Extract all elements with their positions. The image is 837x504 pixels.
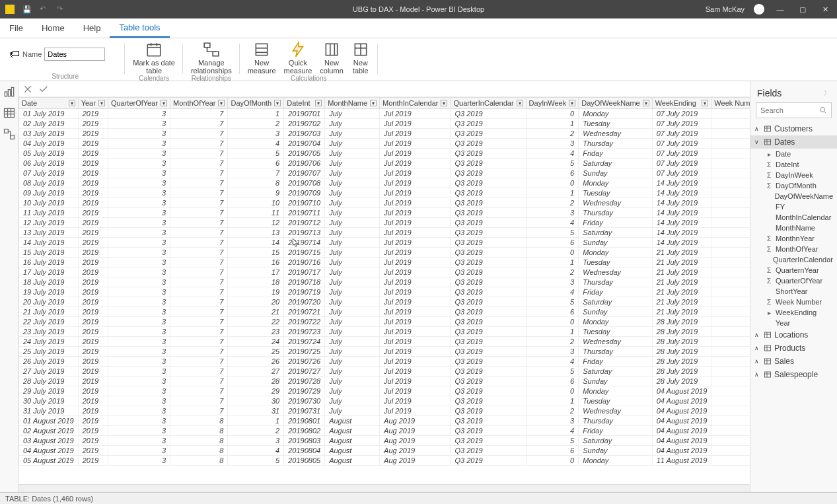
table-cell[interactable]: 03 August 2019 [19, 436, 79, 446]
mark-as-date-button[interactable]: Mark as date table [129, 41, 179, 75]
table-cell[interactable]: 2 [228, 119, 284, 129]
filter-dropdown-icon[interactable]: ▾ [569, 100, 575, 106]
table-cell[interactable]: July [325, 188, 380, 198]
table-cell[interactable]: 7 [170, 238, 228, 248]
column-header[interactable]: DayOfMonth▾ [228, 98, 284, 109]
table-cell[interactable]: 4 [526, 287, 579, 297]
table-cell[interactable]: Jul 2019 [380, 218, 451, 228]
table-cell[interactable]: Q3 2019 [451, 109, 526, 119]
table-cell[interactable]: Q3 2019 [451, 218, 526, 228]
table-cell[interactable]: 2019 [78, 347, 108, 357]
table-cell[interactable]: 0 [526, 317, 579, 327]
table-cell[interactable]: 2019 [78, 436, 108, 446]
table-cell[interactable]: 2019 [78, 396, 108, 406]
table-cell[interactable]: 30 [711, 327, 750, 337]
table-row[interactable]: 01 August 2019201938120190801AugustAug 2… [19, 416, 750, 426]
table-cell[interactable]: 1 [526, 258, 579, 268]
table-cell[interactable]: 2019 [78, 188, 108, 198]
table-cell[interactable]: July [325, 178, 380, 188]
table-cell[interactable]: Aug 2019 [380, 416, 451, 426]
table-cell[interactable]: 1 [526, 327, 579, 337]
table-cell[interactable]: 2019 [78, 277, 108, 287]
fields-table[interactable]: ∨Dates [750, 135, 837, 149]
table-cell[interactable]: 05 July 2019 [19, 149, 79, 159]
table-cell[interactable]: 13 July 2019 [19, 228, 79, 238]
table-cell[interactable]: 2019 [78, 119, 108, 129]
table-cell[interactable]: July [325, 258, 380, 268]
table-cell[interactable]: 3 [108, 268, 170, 277]
table-cell[interactable]: 3 [108, 149, 170, 159]
table-cell[interactable]: 31 [711, 406, 750, 416]
table-cell[interactable]: 20190705 [284, 149, 325, 159]
table-cell[interactable]: 28 July 2019 [652, 367, 711, 377]
table-cell[interactable]: 0 [526, 178, 579, 188]
table-cell[interactable]: 30 [711, 367, 750, 377]
table-cell[interactable]: 7 [170, 357, 228, 367]
table-cell[interactable]: Q3 2019 [451, 456, 526, 466]
table-cell[interactable]: 20190717 [284, 268, 325, 277]
table-cell[interactable]: Jul 2019 [380, 198, 451, 208]
table-cell[interactable]: 6 [526, 377, 579, 386]
table-cell[interactable]: 21 July 2019 [652, 277, 711, 287]
table-cell[interactable]: 26 [228, 357, 284, 367]
fields-field[interactable]: ΣMonthnYear [750, 233, 837, 244]
table-cell[interactable]: 07 July 2019 [19, 168, 79, 178]
table-cell[interactable]: 28 [711, 208, 750, 218]
table-cell[interactable]: Jul 2019 [380, 327, 451, 337]
table-cell[interactable]: 2019 [78, 208, 108, 218]
filter-dropdown-icon[interactable]: ▾ [69, 100, 75, 106]
table-cell[interactable]: Tuesday [579, 396, 652, 406]
chevron-right-icon[interactable]: 〉 [824, 89, 830, 98]
table-cell[interactable]: Q3 2019 [451, 168, 526, 178]
table-cell[interactable]: 20190721 [284, 307, 325, 317]
table-cell[interactable]: 2019 [78, 416, 108, 426]
table-cell[interactable]: Monday [579, 456, 652, 466]
table-cell[interactable]: 29 [711, 258, 750, 268]
table-cell[interactable]: July [325, 367, 380, 377]
table-cell[interactable]: 3 [108, 317, 170, 327]
table-cell[interactable]: 24 July 2019 [19, 337, 79, 347]
table-cell[interactable]: July [325, 129, 380, 139]
table-cell[interactable]: Jul 2019 [380, 248, 451, 258]
table-cell[interactable]: 7 [170, 297, 228, 307]
table-cell[interactable]: 7 [170, 268, 228, 277]
table-cell[interactable]: Friday [579, 287, 652, 297]
table-cell[interactable]: Sunday [579, 238, 652, 248]
table-cell[interactable]: 04 August 2019 [19, 446, 79, 456]
table-row[interactable]: 12 July 20192019371220190712JulyJul 2019… [19, 218, 750, 228]
table-cell[interactable]: 3 [108, 307, 170, 317]
fields-field[interactable]: ΣDayOfMonth [750, 180, 837, 191]
table-cell[interactable]: Jul 2019 [380, 168, 451, 178]
table-cell[interactable]: 04 August 2019 [652, 436, 711, 446]
table-cell[interactable]: 02 July 2019 [19, 119, 79, 129]
table-cell[interactable]: Q3 2019 [451, 307, 526, 317]
column-header[interactable]: WeekEnding▾ [652, 98, 711, 109]
table-cell[interactable]: 2019 [78, 268, 108, 277]
table-cell[interactable]: 20190726 [284, 357, 325, 367]
table-cell[interactable]: 3 [228, 436, 284, 446]
table-cell[interactable]: 3 [108, 367, 170, 377]
table-cell[interactable]: Jul 2019 [380, 377, 451, 386]
table-cell[interactable]: 20190729 [284, 386, 325, 396]
table-cell[interactable]: 28 July 2019 [652, 327, 711, 337]
table-cell[interactable]: 21 July 2019 [652, 287, 711, 297]
filter-dropdown-icon[interactable]: ▾ [441, 100, 447, 106]
table-cell[interactable]: 2019 [78, 307, 108, 317]
table-cell[interactable]: 7 [170, 367, 228, 377]
table-cell[interactable]: 07 July 2019 [652, 159, 711, 168]
table-cell[interactable]: 28 [711, 238, 750, 248]
table-cell[interactable]: 2019 [78, 337, 108, 347]
table-cell[interactable]: 7 [170, 307, 228, 317]
table-row[interactable]: 22 July 20192019372220190722JulyJul 2019… [19, 317, 750, 327]
table-cell[interactable]: 5 [526, 228, 579, 238]
table-cell[interactable]: Wednesday [579, 198, 652, 208]
table-cell[interactable]: 20190727 [284, 367, 325, 377]
table-cell[interactable]: 1 [526, 188, 579, 198]
table-cell[interactable]: 2019 [78, 198, 108, 208]
table-cell[interactable]: 21 July 2019 [652, 297, 711, 307]
table-cell[interactable]: 27 [711, 168, 750, 178]
table-cell[interactable]: 20190724 [284, 337, 325, 347]
table-cell[interactable]: Saturday [579, 228, 652, 238]
table-cell[interactable]: 22 July 2019 [19, 317, 79, 327]
table-cell[interactable]: Q3 2019 [451, 347, 526, 357]
